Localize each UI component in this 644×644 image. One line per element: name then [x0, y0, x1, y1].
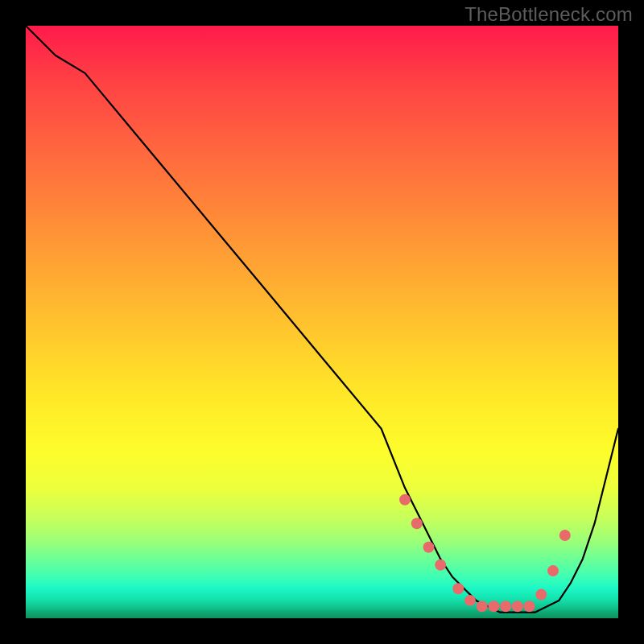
highlight-dot [512, 601, 523, 612]
curve-overlay [26, 26, 618, 618]
highlight-dot [500, 601, 511, 612]
bottleneck-curve-path [26, 26, 618, 613]
highlight-dot [559, 530, 571, 541]
highlight-dot [399, 494, 411, 506]
highlight-dots-group [399, 494, 571, 613]
highlight-dot [423, 542, 435, 553]
highlight-dot [488, 601, 499, 612]
chart-frame: TheBottleneck.com [0, 0, 644, 644]
highlight-dot [464, 595, 476, 606]
highlight-dot [452, 583, 464, 594]
plot-area [26, 26, 618, 618]
highlight-dot [535, 589, 547, 601]
watermark-text: TheBottleneck.com [464, 3, 633, 26]
highlight-dot [477, 601, 488, 612]
highlight-dot [411, 518, 423, 529]
highlight-dot [435, 559, 446, 571]
highlight-dot [547, 565, 559, 576]
highlight-dot [524, 601, 535, 612]
